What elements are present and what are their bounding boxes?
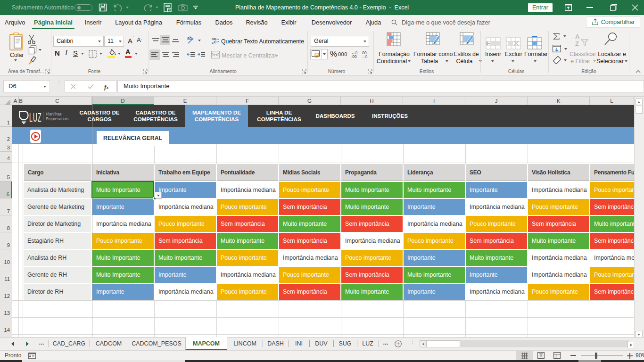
svg-text:→0: →0: [361, 54, 368, 58]
svg-text:ab: ab: [187, 36, 192, 41]
svg-text:.00: .00: [351, 54, 357, 58]
svg-text:Z: Z: [575, 40, 579, 47]
svg-text:A: A: [575, 33, 580, 40]
svg-text:c: c: [212, 41, 214, 44]
